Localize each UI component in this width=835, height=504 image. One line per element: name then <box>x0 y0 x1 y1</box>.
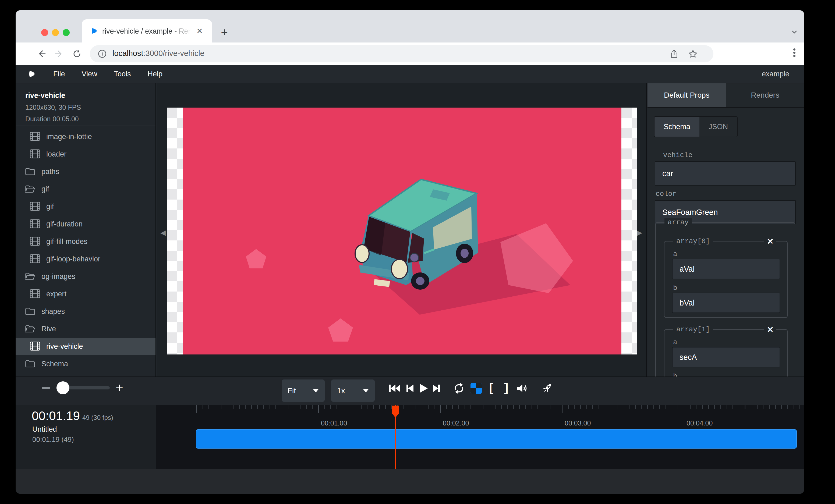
sidebar-item-label: shapes <box>41 308 65 316</box>
browser-menu-icon[interactable] <box>793 47 796 60</box>
forward-icon[interactable] <box>54 49 64 59</box>
composition-preview <box>167 108 637 355</box>
zoom-slider[interactable] <box>56 386 110 390</box>
toggle-json[interactable]: JSON <box>699 117 737 136</box>
menu-file[interactable]: File <box>53 70 65 78</box>
sidebar-item-gif-duration[interactable]: gif-duration <box>16 215 156 233</box>
sidebar-item-label: loader <box>46 150 66 159</box>
site-info-icon[interactable] <box>97 49 107 59</box>
vehicle-input[interactable]: car <box>655 161 796 186</box>
film-icon <box>29 131 40 142</box>
folder-open-icon <box>25 324 36 335</box>
transparency-checker-right <box>622 108 637 355</box>
sidebar-item-label: gif-fill-modes <box>46 237 87 246</box>
window-minimize-button[interactable] <box>52 29 59 36</box>
previous-frame-button[interactable] <box>404 382 416 395</box>
address-bar: localhost:3000/rive-vehicle <box>16 42 805 65</box>
playhead-flag-icon[interactable] <box>392 405 399 419</box>
back-icon[interactable] <box>37 49 46 59</box>
sidebar-item-Rive[interactable]: Rive <box>16 320 156 338</box>
sidebar-item-gif[interactable]: gif <box>16 181 156 198</box>
array-fieldset: array array[0] ✕ a aVal b bVal array[1] … <box>655 222 795 377</box>
timeline-bottom-strip <box>16 469 805 494</box>
sidebar-item-label: rive-vehicle <box>46 342 83 351</box>
track-time: 00:01.19 (49) <box>32 436 74 444</box>
in-point-bracket-icon[interactable]: [ <box>485 382 498 395</box>
menu-view[interactable]: View <box>82 70 97 78</box>
film-icon <box>29 149 40 160</box>
sidebar-item-rive-vehicle[interactable]: rive-vehicle <box>16 338 156 355</box>
array0-a-input[interactable]: aVal <box>672 259 780 279</box>
sidebar-item-og-images[interactable]: og-images <box>16 268 156 285</box>
tab-strip: rive-vehicle / example - Remot ✕ + <box>16 10 805 42</box>
bookmark-star-icon[interactable] <box>688 49 698 59</box>
array1-remove-icon[interactable]: ✕ <box>764 325 776 334</box>
vehicle-label: vehicle <box>663 151 692 159</box>
array1-b-label: b <box>673 372 677 377</box>
sidebar-item-gif[interactable]: gif <box>16 198 156 215</box>
sidebar-item-expert[interactable]: expert <box>16 285 156 303</box>
url-text: localhost:3000/rive-vehicle <box>113 49 204 58</box>
zoom-slider-thumb[interactable] <box>57 381 69 394</box>
window-zoom-button[interactable] <box>63 29 70 36</box>
sidebar-item-gif-loop-behavior[interactable]: gif-loop-behavior <box>16 250 156 268</box>
array0-b-input[interactable]: bVal <box>672 293 780 313</box>
tab-title: rive-vehicle / example - Remot <box>102 26 191 37</box>
props-panel: Default Props Renders Schema JSON vehicl… <box>648 83 805 377</box>
sidebar-item-label: paths <box>41 168 59 176</box>
sidebar-item-paths[interactable]: paths <box>16 163 156 181</box>
render-rocket-icon[interactable] <box>541 382 554 395</box>
folder-open-icon <box>25 184 36 195</box>
array0-remove-icon[interactable]: ✕ <box>764 237 776 246</box>
transparency-toggle-icon[interactable] <box>470 382 483 395</box>
chevron-down-icon <box>363 389 369 392</box>
composition-info: rive-vehicle 1200x630, 30 FPS Duration 0… <box>16 83 156 126</box>
tab-search-chevron-icon[interactable] <box>790 28 798 36</box>
volume-icon[interactable] <box>515 382 528 395</box>
zoom-in-button[interactable]: + <box>116 381 123 394</box>
tab-renders[interactable]: Renders <box>726 83 805 107</box>
menu-help[interactable]: Help <box>148 70 163 78</box>
collapse-left-panel-icon[interactable]: ◀ <box>160 229 166 237</box>
speed-dropdown[interactable]: 1x <box>331 379 375 402</box>
array0-fieldset: array[0] ✕ a aVal b bVal <box>664 241 788 318</box>
composition-dimensions: 1200x630, 30 FPS <box>25 104 156 111</box>
sidebar-item-gif-fill-modes[interactable]: gif-fill-modes <box>16 233 156 250</box>
sidebar-item-label: Rive <box>41 325 56 333</box>
fit-dropdown[interactable]: Fit <box>282 379 325 402</box>
folder-icon <box>25 167 36 177</box>
next-frame-button[interactable] <box>430 382 443 395</box>
reload-icon[interactable] <box>72 49 82 59</box>
major-tick <box>684 405 684 413</box>
play-button[interactable] <box>417 382 430 395</box>
new-tab-button[interactable]: + <box>218 26 231 39</box>
composition-list: image-in-lottie loader paths gif gif gif… <box>16 128 156 373</box>
share-icon[interactable] <box>669 49 679 59</box>
sidebar-item-Schema[interactable]: Schema <box>16 355 156 373</box>
collapse-right-panel-icon[interactable]: ▶ <box>637 229 642 237</box>
out-point-bracket-icon[interactable]: ] <box>500 382 513 395</box>
browser-tab[interactable]: rive-vehicle / example - Remot ✕ <box>82 19 212 42</box>
sidebar-item-label: gif-loop-behavior <box>46 255 100 263</box>
tick-label: 00:01.00 <box>321 419 347 427</box>
url-field[interactable]: localhost:3000/rive-vehicle <box>90 45 713 62</box>
sidebar-item-loader[interactable]: loader <box>16 146 156 163</box>
fit-dropdown-label: Fit <box>288 386 296 395</box>
sidebar-item-shapes[interactable]: shapes <box>16 303 156 320</box>
skip-to-start-button[interactable] <box>388 382 401 395</box>
sidebar-item-image-in-lottie[interactable]: image-in-lottie <box>16 128 156 146</box>
array1-a-input[interactable]: secA <box>672 347 780 368</box>
window-close-button[interactable] <box>41 29 48 36</box>
loop-toggle-icon[interactable] <box>452 382 465 395</box>
film-icon <box>29 289 40 300</box>
remotion-logo-icon[interactable] <box>27 69 37 79</box>
timeline-track-bar[interactable] <box>196 429 797 448</box>
menu-tools[interactable]: Tools <box>114 70 131 78</box>
project-name-label: example <box>762 70 789 78</box>
folder-open-icon <box>25 271 36 282</box>
tab-close-icon[interactable]: ✕ <box>195 26 204 36</box>
schema-json-toggle: Schema JSON <box>654 116 738 137</box>
tab-default-props[interactable]: Default Props <box>648 83 726 107</box>
toggle-schema[interactable]: Schema <box>654 117 699 136</box>
zoom-out-button[interactable] <box>42 387 50 389</box>
